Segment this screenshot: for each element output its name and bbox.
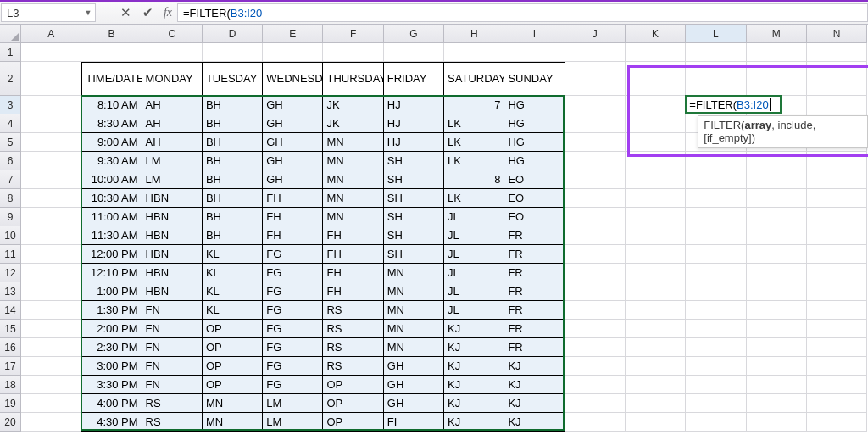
row-header-1[interactable]: 1: [0, 43, 21, 62]
cell-L20[interactable]: [686, 413, 746, 432]
cell-B1[interactable]: [81, 43, 142, 62]
cell-C10[interactable]: HBN: [142, 226, 203, 245]
cell-K4[interactable]: [626, 114, 686, 133]
cell-G5[interactable]: HJ: [384, 133, 444, 152]
cell-L16[interactable]: [686, 338, 746, 357]
cell-G17[interactable]: GH: [384, 357, 444, 376]
cell-L1[interactable]: [686, 43, 746, 62]
cell-N14[interactable]: [807, 301, 867, 320]
cell-F13[interactable]: FH: [323, 282, 383, 301]
cell-M13[interactable]: [747, 282, 807, 301]
cell-N1[interactable]: [807, 43, 867, 62]
cell-M16[interactable]: [747, 338, 807, 357]
cell-J9[interactable]: [565, 208, 626, 226]
cell-D12[interactable]: KL: [203, 264, 263, 282]
cell-B12[interactable]: 12:10 PM: [81, 264, 142, 282]
cell-K20[interactable]: [626, 413, 686, 432]
cell-D10[interactable]: BH: [203, 226, 263, 245]
cell-G13[interactable]: MN: [384, 282, 444, 301]
cell-M15[interactable]: [747, 320, 807, 338]
cell-H9[interactable]: JL: [444, 208, 504, 226]
cell-G4[interactable]: HJ: [384, 114, 444, 133]
cell-G2[interactable]: FRIDAY: [384, 62, 444, 96]
cell-E19[interactable]: LM: [263, 394, 323, 413]
cell-G9[interactable]: SH: [384, 208, 444, 226]
cell-H12[interactable]: JL: [444, 264, 504, 282]
cell-B19[interactable]: 4:00 PM: [81, 394, 142, 413]
cell-L13[interactable]: [686, 282, 746, 301]
cell-C12[interactable]: HBN: [142, 264, 203, 282]
cell-K5[interactable]: [626, 133, 686, 152]
cell-N6[interactable]: [807, 152, 867, 170]
cell-L7[interactable]: [686, 170, 746, 189]
cell-E17[interactable]: FG: [263, 357, 323, 376]
cell-E15[interactable]: FG: [263, 320, 323, 338]
select-all-corner[interactable]: [0, 25, 21, 43]
cell-K13[interactable]: [626, 282, 686, 301]
cell-J17[interactable]: [565, 357, 626, 376]
cell-D16[interactable]: OP: [203, 338, 263, 357]
cell-A12[interactable]: [21, 264, 81, 282]
cell-H7[interactable]: 8: [444, 170, 504, 189]
col-header-C[interactable]: C: [142, 25, 203, 43]
cell-L14[interactable]: [686, 301, 746, 320]
row-header-3[interactable]: 3: [0, 96, 21, 114]
cell-E4[interactable]: GH: [263, 114, 323, 133]
row-header-7[interactable]: 7: [0, 170, 21, 189]
cell-L8[interactable]: [686, 189, 746, 208]
cell-F6[interactable]: MN: [323, 152, 383, 170]
cell-N3[interactable]: [807, 96, 867, 114]
cell-H1[interactable]: [444, 43, 504, 62]
cell-H2[interactable]: SATURDAY: [444, 62, 504, 96]
cell-F20[interactable]: OP: [323, 413, 383, 432]
cell-I19[interactable]: KJ: [504, 394, 565, 413]
cell-A11[interactable]: [21, 245, 81, 264]
cell-I12[interactable]: FR: [504, 264, 565, 282]
cell-I9[interactable]: EO: [504, 208, 565, 226]
cell-K1[interactable]: [626, 43, 686, 62]
cell-C17[interactable]: FN: [142, 357, 203, 376]
cell-I6[interactable]: HG: [504, 152, 565, 170]
row-header-5[interactable]: 5: [0, 133, 21, 152]
cell-E9[interactable]: FH: [263, 208, 323, 226]
col-header-J[interactable]: J: [565, 25, 626, 43]
cell-E18[interactable]: FG: [263, 376, 323, 394]
cell-M10[interactable]: [747, 226, 807, 245]
cell-H10[interactable]: JL: [444, 226, 504, 245]
cell-M2[interactable]: [747, 62, 807, 96]
fx-icon[interactable]: fx: [159, 6, 177, 20]
cell-D13[interactable]: KL: [203, 282, 263, 301]
col-header-N[interactable]: N: [807, 25, 867, 43]
cell-B9[interactable]: 11:00 AM: [81, 208, 142, 226]
cell-J13[interactable]: [565, 282, 626, 301]
cell-C5[interactable]: AH: [142, 133, 203, 152]
cell-B13[interactable]: 1:00 PM: [81, 282, 142, 301]
cell-F7[interactable]: MN: [323, 170, 383, 189]
cell-F4[interactable]: JK: [323, 114, 383, 133]
cell-B14[interactable]: 1:30 PM: [81, 301, 142, 320]
cell-N17[interactable]: [807, 357, 867, 376]
cell-H14[interactable]: JL: [444, 301, 504, 320]
cell-N8[interactable]: [807, 189, 867, 208]
cell-F16[interactable]: RS: [323, 338, 383, 357]
cell-C19[interactable]: RS: [142, 394, 203, 413]
cell-G12[interactable]: MN: [384, 264, 444, 282]
row-header-9[interactable]: 9: [0, 208, 21, 226]
cell-A1[interactable]: [21, 43, 81, 62]
cell-I5[interactable]: HG: [504, 133, 565, 152]
cell-B5[interactable]: 9:00 AM: [81, 133, 142, 152]
cell-C13[interactable]: HBN: [142, 282, 203, 301]
cell-J20[interactable]: [565, 413, 626, 432]
cell-J7[interactable]: [565, 170, 626, 189]
cell-J19[interactable]: [565, 394, 626, 413]
cell-D15[interactable]: OP: [203, 320, 263, 338]
cell-A2[interactable]: [21, 62, 81, 96]
cell-L19[interactable]: [686, 394, 746, 413]
cell-J12[interactable]: [565, 264, 626, 282]
row-header-18[interactable]: 18: [0, 376, 21, 394]
cell-D6[interactable]: BH: [203, 152, 263, 170]
cell-J5[interactable]: [565, 133, 626, 152]
cell-H17[interactable]: KJ: [444, 357, 504, 376]
cell-I13[interactable]: FR: [504, 282, 565, 301]
cell-N11[interactable]: [807, 245, 867, 264]
